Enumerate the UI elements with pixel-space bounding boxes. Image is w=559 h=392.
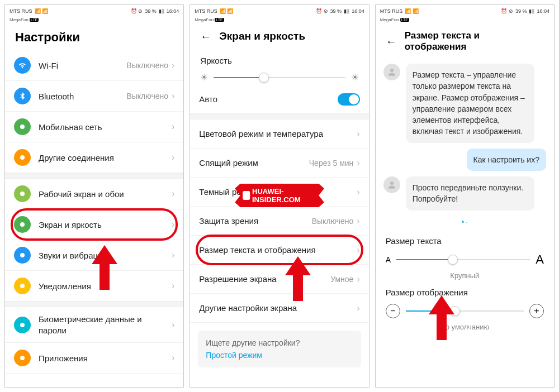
row-value: Через 5 мин: [309, 159, 354, 168]
chevron-right-icon: ›: [357, 303, 359, 313]
row-apps[interactable]: Приложения›: [5, 343, 183, 374]
row-sounds[interactable]: Звуки и вибрация›: [5, 240, 183, 271]
wifi-icon: [14, 57, 31, 74]
row-mobile-network[interactable]: Мобильная сеть›: [5, 112, 183, 142]
page-header: ← Экран и яркость: [190, 22, 368, 48]
svg-point-8: [390, 69, 394, 72]
row-sleep[interactable]: Спящий режимЧерез 5 мин›: [190, 149, 368, 178]
row-label: Биометрические данные и пароли: [39, 314, 172, 336]
row-biometrics[interactable]: Биометрические данные и пароли›: [5, 307, 183, 343]
bluetooth-icon: [14, 88, 31, 104]
row-home-wallpaper[interactable]: Рабочий экран и обои›: [5, 179, 183, 209]
back-button[interactable]: ←: [200, 31, 211, 42]
sounds-icon: [14, 247, 31, 264]
svg-point-5: [20, 284, 25, 288]
row-label: Другие настройки экрана: [199, 303, 357, 313]
auto-brightness-row[interactable]: Авто: [190, 85, 368, 114]
row-other-connections[interactable]: Другие соединения›: [5, 142, 183, 173]
chevron-right-icon: ›: [172, 250, 174, 260]
display-size-label: Размер отображения: [376, 280, 554, 300]
watermark: HUAWEI-INSIDER.COM: [235, 184, 324, 207]
chevron-right-icon: ›: [172, 122, 174, 132]
svg-point-6: [20, 323, 25, 327]
text-size-label: Размер текста: [376, 228, 554, 249]
chat-preview: Размер текста – управление только размер…: [376, 58, 554, 216]
chevron-right-icon: ›: [357, 187, 359, 197]
chevron-right-icon: ›: [172, 320, 174, 330]
chevron-right-icon: ›: [357, 216, 359, 226]
apps-icon: [14, 350, 31, 366]
row-label: Приложения: [39, 353, 172, 363]
auto-toggle[interactable]: [338, 93, 360, 106]
svg-point-1: [20, 155, 25, 160]
chevron-right-icon: ›: [172, 219, 174, 230]
row-label: Защита зрения: [199, 216, 311, 226]
plus-icon: +: [529, 304, 544, 318]
row-bluetooth[interactable]: BluetoothВыключено›: [5, 81, 183, 112]
chevron-right-icon: ›: [172, 353, 174, 363]
display-brightness-icon: [14, 216, 31, 233]
status-bar: MTS RUS 📶 📶 ⏰ ⊘39 %▮▯16:04: [5, 5, 183, 17]
a-large-icon: A: [536, 252, 544, 267]
info-box: Ищете другие настройки? Простой режим: [198, 331, 361, 367]
notifications-icon: [14, 278, 31, 294]
row-label: Bluetooth: [39, 92, 126, 101]
row-label: Другие соединения: [39, 153, 172, 162]
row-label: Спящий режим: [199, 158, 309, 168]
brightness-slider[interactable]: ☀ ☀: [190, 69, 368, 85]
chevron-right-icon: ›: [172, 152, 174, 162]
biometrics-icon: [14, 317, 31, 333]
screen-display-brightness: MTS RUS📶 📶 ⏰ ⊘39 %▮▯16:04 MegaFon LTE ← …: [190, 4, 369, 388]
chat-bubble: Просто передвиньте ползунки. Попробуйте!: [406, 176, 534, 211]
row-text-size[interactable]: Размер текста и отображения›: [190, 236, 368, 265]
minus-icon: −: [386, 304, 400, 318]
row-eye-comfort[interactable]: Защита зренияВыключено›: [190, 207, 368, 236]
row-color-mode[interactable]: Цветовой режим и температура›: [190, 119, 368, 149]
svg-point-9: [390, 181, 394, 185]
chevron-right-icon: ›: [357, 158, 359, 168]
page-dots: • ·: [376, 216, 554, 228]
row-resolution[interactable]: Разрешение экранаУмное›: [190, 265, 368, 294]
page-title: Настройки: [15, 30, 80, 45]
svg-point-3: [20, 222, 25, 227]
screen-settings: MTS RUS 📶 📶 ⏰ ⊘39 %▮▯16:04 MegaFon LTE Н…: [4, 4, 184, 388]
chevron-right-icon: ›: [357, 129, 359, 139]
avatar-icon: [383, 64, 400, 80]
row-more-display[interactable]: Другие настройки экрана›: [190, 294, 368, 323]
chat-bubble-user: Как настроить их?: [467, 149, 546, 171]
chevron-right-icon: ›: [357, 245, 359, 255]
sun-low-icon: ☀: [200, 72, 208, 83]
page-header: Настройки: [5, 22, 183, 50]
avatar-icon: [383, 176, 400, 193]
simple-mode-link[interactable]: Простой режим: [206, 351, 353, 360]
row-value: Умное: [330, 275, 353, 284]
row-label: Экран и яркость: [39, 220, 172, 230]
row-label: Цветовой режим и температура: [199, 128, 357, 140]
chevron-right-icon: ›: [172, 91, 174, 101]
svg-point-7: [20, 356, 25, 360]
svg-point-0: [20, 125, 25, 129]
row-notifications[interactable]: Уведомления›: [5, 271, 183, 302]
chat-bubble: Размер текста – управление только размер…: [406, 64, 534, 143]
carrier: MTS RUS: [10, 8, 32, 14]
other-connections-icon: [14, 149, 31, 166]
svg-point-2: [20, 192, 25, 196]
mobile-network-icon: [14, 118, 31, 135]
text-size-slider[interactable]: A A: [376, 249, 554, 269]
screen-text-size: MTS RUS📶 📶 ⏰ ⊘39 %▮▯16:04 MegaFon LTE ← …: [375, 4, 555, 388]
row-wifi[interactable]: Wi-FiВыключено›: [5, 50, 183, 81]
row-value: Выключено: [312, 217, 354, 226]
display-size-slider[interactable]: − +: [376, 300, 554, 321]
page-title: Экран и яркость: [219, 30, 305, 42]
svg-point-4: [20, 253, 25, 257]
chevron-right-icon: ›: [172, 60, 174, 70]
status-bar: MTS RUS📶 📶 ⏰ ⊘39 %▮▯16:04: [190, 5, 368, 17]
row-label: Разрешение экрана: [199, 274, 330, 284]
status-bar: MTS RUS📶 📶 ⏰ ⊘39 %▮▯16:04: [376, 5, 554, 17]
chevron-right-icon: ›: [172, 189, 174, 199]
row-label: Рабочий экран и обои: [39, 189, 172, 199]
back-button[interactable]: ←: [386, 36, 397, 47]
row-display-brightness[interactable]: Экран и яркость›: [5, 209, 183, 240]
a-small-icon: A: [386, 255, 391, 264]
sun-high-icon: ☀: [351, 72, 359, 83]
